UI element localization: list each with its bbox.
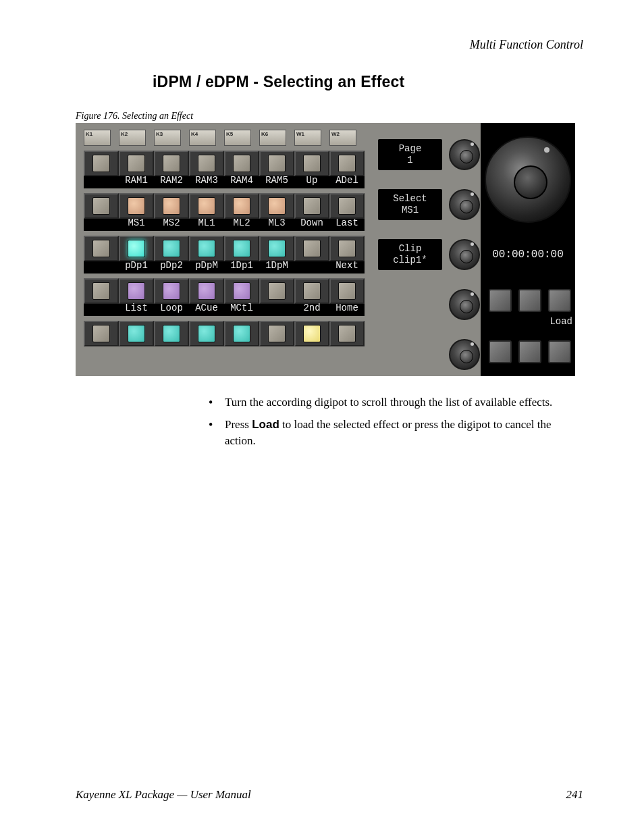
lamp-icon [128,197,145,215]
transport-btn-5[interactable] [518,340,541,363]
transport-btn-2[interactable] [518,289,541,312]
btn-r4-4[interactable] [189,278,224,304]
btn-r3-5[interactable] [224,236,259,261]
bullet-1: Turn the according digipot to scroll thr… [206,394,584,410]
lbl-down: Down [294,217,329,231]
row1-buttons [84,151,374,176]
top-btn-w2[interactable]: W2 [329,130,356,146]
btn-r4-6[interactable] [259,278,294,304]
btn-r2-3[interactable] [154,193,189,219]
lamp-icon [268,325,286,342]
row1-labels: RAM1 RAM2 RAM3 RAM4 RAM5 Up ADel [84,175,365,188]
lamp-icon [92,325,110,342]
btn-r4-2[interactable] [119,278,154,304]
btn-r4-1[interactable] [84,278,119,304]
bullet-2: Press Load to load the selected effect o… [206,417,584,448]
btn-r4-3[interactable] [154,278,189,304]
body-text: Turn the according digipot to scroll thr… [206,394,584,455]
btn-r1-2[interactable] [119,151,154,176]
transport-row-2 [489,340,571,363]
btn-r4-7[interactable] [294,278,329,304]
lamp-icon [92,197,110,215]
btn-r1-8[interactable] [329,151,365,176]
top-btn-k2[interactable]: K2 [119,130,146,146]
btn-r5-1[interactable] [84,321,119,346]
lamp-icon [233,197,250,215]
lbl-pdpm: pDpM [189,260,224,273]
btn-r5-4[interactable] [189,321,224,346]
btn-r3-6[interactable] [259,236,294,261]
btn-r1-1[interactable] [84,151,119,176]
lamp-icon [303,240,321,257]
lamp-icon [338,240,356,257]
btn-r2-7[interactable] [294,193,329,219]
lamp-icon [92,240,110,257]
btn-r2-1[interactable] [84,193,119,219]
lamp-icon [128,325,145,342]
top-btn-k5[interactable]: K5 [224,130,251,146]
btn-r5-7[interactable] [294,321,329,346]
lamp-icon [198,325,215,342]
btn-r3-4[interactable] [189,236,224,261]
top-btn-k1[interactable]: K1 [84,130,111,146]
lamp-icon [268,155,286,172]
knob-clip[interactable] [449,239,480,270]
top-btn-k6[interactable]: K6 [259,130,286,146]
btn-r5-8[interactable] [329,321,365,346]
row3-labels: pDp1 pDp2 pDpM 1Dp1 1DpM Next [84,260,365,273]
knob-select[interactable] [449,189,480,220]
top-btn-w1[interactable]: W1 [294,130,321,146]
lbl-next: Next [329,260,365,273]
top-button-row: K1 K2 K3 K4 K5 K6 W1 W2 [84,130,374,146]
lbl-last: Last [329,217,365,231]
btn-r5-3[interactable] [154,321,189,346]
btn-r1-7[interactable] [294,151,329,176]
transport-btn-1[interactable] [489,289,512,312]
btn-r2-4[interactable] [189,193,224,219]
btn-r5-2[interactable] [119,321,154,346]
knob-4[interactable] [449,289,480,320]
lamp-icon [233,282,250,300]
knob-page[interactable] [449,139,480,170]
btn-r3-8[interactable] [329,236,365,261]
btn-r2-8[interactable] [329,193,365,219]
lbl-pdp1: pDp1 [119,260,154,273]
knob-label-line1: Page [399,143,422,155]
jog-wheel[interactable] [485,136,571,223]
btn-r2-6[interactable] [259,193,294,219]
btn-r1-3[interactable] [154,151,189,176]
btn-r3-7[interactable] [294,236,329,261]
top-btn-k4[interactable]: K4 [189,130,216,146]
knob-label-empty [378,339,442,370]
btn-r3-3[interactable] [154,236,189,261]
btn-r5-6[interactable] [259,321,294,346]
lbl-ram1: RAM1 [119,175,154,188]
section-title: iDPM / eDPM - Selecting an Effect [153,73,404,91]
transport-row-1 [489,289,571,312]
btn-r3-2[interactable] [119,236,154,261]
timecode-display: 00:00:00:00 [481,249,575,261]
btn-r3-1[interactable] [84,236,119,261]
btn-r2-2[interactable] [119,193,154,219]
btn-r5-5[interactable] [224,321,259,346]
knob-5[interactable] [449,339,480,370]
btn-r1-6[interactable] [259,151,294,176]
knob-label-line1: Clip [399,243,422,255]
top-btn-k3[interactable]: K3 [154,130,181,146]
btn-r1-4[interactable] [189,151,224,176]
lbl-ram3: RAM3 [189,175,224,188]
transport-btn-3[interactable] [548,289,571,312]
load-label: Load [549,316,572,327]
btn-r4-8[interactable] [329,278,365,304]
lamp-icon [198,197,215,215]
row2-buttons [84,193,374,219]
button-grid: K1 K2 K3 K4 K5 K6 W1 W2 RAM1 RAM2 RAM3 R… [84,130,374,346]
btn-r2-5[interactable] [224,193,259,219]
transport-btn-4[interactable] [489,340,512,363]
btn-r1-5[interactable] [224,151,259,176]
lamp-icon [338,282,356,300]
transport-btn-6[interactable] [548,340,571,363]
row4-buttons [84,278,374,304]
lbl-ml3: ML3 [259,217,294,231]
btn-r4-5[interactable] [224,278,259,304]
